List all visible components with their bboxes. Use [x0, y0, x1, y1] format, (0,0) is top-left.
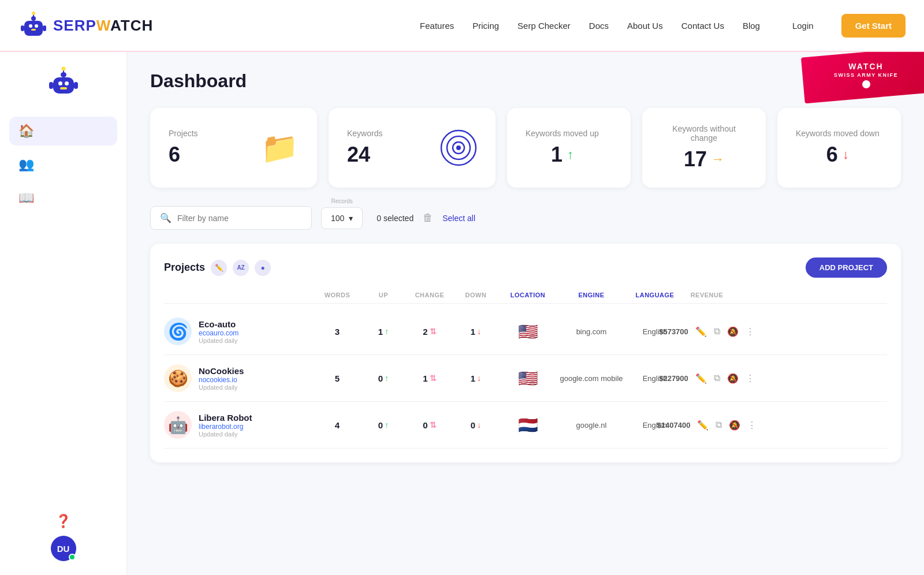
td-engine-nocookies: google.com mobile — [557, 374, 626, 383]
folder-icon: 📁 — [261, 130, 299, 166]
nav-docs[interactable]: Docs — [589, 21, 609, 31]
td-engine-eco-auto: bing.com — [557, 327, 626, 336]
mute-row-icon[interactable]: 🔕 — [727, 373, 739, 384]
project-url-nocookies[interactable]: nocookies.io — [199, 376, 244, 384]
trash-icon[interactable]: 🗑 — [423, 212, 433, 224]
edit-row-icon[interactable]: ✏️ — [697, 420, 709, 431]
project-updated-nocookies: Updated daily — [199, 384, 244, 391]
nav-features[interactable]: Features — [420, 21, 454, 31]
stat-card-no-change: Keywords without change 17 → — [642, 108, 766, 188]
avatar-online-dot — [69, 554, 76, 561]
project-name-nocookies: NoCookies — [199, 366, 244, 376]
td-up-nocookies: 0↑ — [360, 374, 407, 383]
project-name-libera: Libera Robot — [199, 413, 252, 423]
nav-pricing[interactable]: Pricing — [472, 21, 499, 31]
project-details-nocookies: NoCookies nocookies.io Updated daily — [199, 366, 244, 391]
records-select[interactable]: 100 ▾ — [321, 207, 363, 229]
target-icon — [440, 129, 477, 166]
svg-point-6 — [32, 12, 35, 15]
th-up: UP — [360, 292, 407, 298]
td-down-libera: 0↓ — [453, 420, 499, 430]
records-value: 100 — [331, 214, 344, 223]
more-row-icon[interactable]: ⋮ — [747, 420, 757, 431]
nav-contact[interactable]: Contact Us — [681, 21, 724, 31]
mute-row-icon[interactable]: 🔕 — [729, 420, 740, 431]
sidebar-item-users[interactable]: 👥 — [9, 150, 117, 179]
sidebar-robot-icon — [47, 66, 80, 98]
arrow-up-icon: ↑ — [567, 147, 573, 162]
nav-blog[interactable]: Blog — [743, 21, 760, 31]
keywords-value: 24 — [347, 143, 382, 167]
nav-cta-button[interactable]: Get Start — [841, 14, 906, 38]
search-icon: 🔍 — [160, 212, 172, 223]
project-updated-libera: Updated daily — [199, 431, 252, 438]
td-words-eco-auto: 3 — [314, 327, 360, 337]
svg-rect-3 — [31, 29, 36, 31]
keywords-label: Keywords — [347, 129, 382, 138]
project-logo-nocookies: 🍪 — [164, 364, 192, 392]
th-down: DOWN — [453, 292, 499, 298]
search-box[interactable]: 🔍 — [150, 206, 312, 230]
project-updated-eco-auto: Updated daily — [199, 337, 239, 344]
arrow-right-icon: → — [711, 152, 724, 167]
td-actions-nocookies: $227900 ✏️ ⧉ 🔕 ⋮ — [684, 373, 730, 384]
sidebar: 🏠 👥 📖 ❓ DU — [0, 52, 127, 575]
edit-row-icon[interactable]: ✏️ — [695, 326, 707, 337]
copy-row-icon[interactable]: ⧉ — [716, 420, 722, 430]
nav-about[interactable]: About Us — [627, 21, 663, 31]
th-engine: ENGINE — [557, 292, 626, 298]
td-change-eco-auto: 2⇅ — [407, 327, 453, 337]
records-select-wrapper: Records 100 ▾ — [321, 207, 363, 229]
main-content: WATCH SWISS ARMY KNIFE Dashboard Project… — [127, 52, 924, 575]
th-change: CHANGE — [407, 292, 453, 298]
sidebar-item-home[interactable]: 🏠 — [9, 117, 117, 145]
nav-serp-checker[interactable]: Serp Checker — [517, 21, 571, 31]
moved-down-label: Keywords moved down — [796, 129, 880, 138]
th-project — [164, 292, 314, 298]
th-words: WORDS — [314, 292, 360, 298]
svg-rect-9 — [53, 77, 74, 94]
sidebar-bottom: ❓ DU — [51, 514, 76, 575]
filter-icon[interactable]: ● — [255, 260, 271, 276]
td-engine-libera: google.nl — [557, 421, 626, 430]
top-nav: SERPWATCH Features Pricing Serp Checker … — [0, 0, 924, 52]
logo[interactable]: SERPWATCH — [18, 10, 153, 40]
mute-row-icon[interactable]: 🔕 — [727, 326, 739, 337]
logo-robot-icon — [18, 10, 49, 40]
td-flag-eco-auto: 🇺🇸 — [499, 322, 557, 341]
logo-text: SERPWATCH — [53, 17, 153, 35]
projects-value: 6 — [169, 143, 198, 167]
edit-icon[interactable]: ✏️ — [211, 260, 227, 276]
edit-row-icon[interactable]: ✏️ — [695, 373, 707, 384]
svg-rect-17 — [74, 82, 78, 89]
td-up-eco-auto: 1↑ — [360, 327, 407, 337]
td-words-nocookies: 5 — [314, 374, 360, 383]
project-url-libera[interactable]: liberarobot.org — [199, 423, 252, 431]
project-details-eco-auto: Eco-auto ecoauro.com Updated daily — [199, 319, 239, 344]
promo-line2: SWISS ARMY KNIFE — [834, 72, 898, 78]
avatar[interactable]: DU — [51, 536, 76, 561]
projects-section: Projects ✏️ AZ ● ADD PROJECT WORDS UP CH… — [150, 244, 901, 462]
sidebar-item-docs[interactable]: 📖 — [9, 184, 117, 212]
project-url-eco-auto[interactable]: ecoauro.com — [199, 329, 239, 337]
no-change-label: Keywords without change — [661, 124, 747, 143]
td-change-nocookies: 1⇅ — [407, 374, 453, 383]
svg-rect-10 — [58, 81, 62, 85]
moved-up-label: Keywords moved up — [526, 129, 599, 138]
avatar-initials: DU — [57, 544, 70, 554]
more-row-icon[interactable]: ⋮ — [746, 373, 755, 384]
add-project-button[interactable]: ADD PROJECT — [806, 257, 887, 278]
select-all-button[interactable]: Select all — [442, 214, 475, 223]
search-input[interactable] — [177, 214, 302, 223]
docs-icon: 📖 — [18, 191, 34, 206]
td-down-eco-auto: 1↓ — [453, 327, 499, 337]
svg-rect-2 — [35, 24, 38, 28]
copy-row-icon[interactable]: ⧉ — [714, 373, 720, 383]
td-flag-nocookies: 🇺🇸 — [499, 369, 557, 388]
nav-login[interactable]: Login — [792, 21, 814, 31]
help-icon[interactable]: ❓ — [55, 514, 71, 529]
more-row-icon[interactable]: ⋮ — [746, 326, 755, 337]
sort-az-icon[interactable]: AZ — [233, 260, 249, 276]
project-info-eco-auto: 🌀 Eco-auto ecoauro.com Updated daily — [164, 318, 314, 345]
copy-row-icon[interactable]: ⧉ — [714, 326, 720, 337]
